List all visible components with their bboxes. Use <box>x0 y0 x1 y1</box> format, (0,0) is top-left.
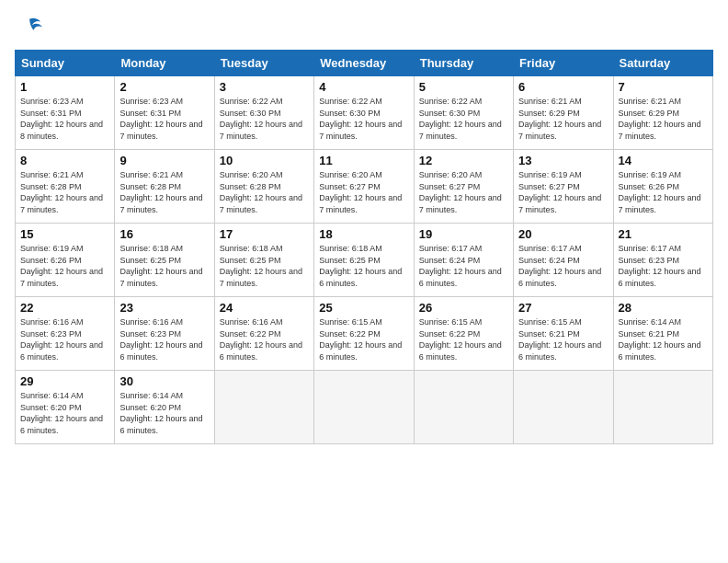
calendar-header-saturday: Saturday <box>613 51 712 76</box>
day-info: Sunrise: 6:16 AMSunset: 6:23 PMDaylight:… <box>20 317 103 362</box>
day-number: 4 <box>319 80 408 94</box>
calendar-cell <box>514 371 613 444</box>
day-info: Sunrise: 6:14 AMSunset: 6:21 PMDaylight:… <box>619 317 701 362</box>
calendar-cell <box>214 371 313 444</box>
day-info: Sunrise: 6:19 AMSunset: 6:26 PMDaylight:… <box>20 244 103 288</box>
calendar-cell: 4 Sunrise: 6:22 AMSunset: 6:30 PMDayligh… <box>314 76 414 150</box>
day-number: 9 <box>119 154 209 167</box>
day-number: 30 <box>119 374 209 388</box>
calendar-cell: 8 Sunrise: 6:21 AMSunset: 6:28 PMDayligh… <box>16 150 115 224</box>
day-info: Sunrise: 6:18 AMSunset: 6:25 PMDaylight:… <box>119 244 202 288</box>
day-info: Sunrise: 6:17 AMSunset: 6:23 PMDaylight:… <box>619 244 701 288</box>
day-info: Sunrise: 6:17 AMSunset: 6:24 PMDaylight:… <box>518 244 601 288</box>
day-info: Sunrise: 6:22 AMSunset: 6:30 PMDaylight:… <box>220 97 302 141</box>
day-info: Sunrise: 6:20 AMSunset: 6:27 PMDaylight:… <box>319 170 402 214</box>
day-number: 19 <box>419 227 508 241</box>
day-number: 7 <box>619 80 708 94</box>
calendar-cell: 19 Sunrise: 6:17 AMSunset: 6:24 PMDaylig… <box>414 224 513 297</box>
day-number: 14 <box>619 154 708 167</box>
calendar-cell: 27 Sunrise: 6:15 AMSunset: 6:21 PMDaylig… <box>514 297 613 371</box>
calendar-header-monday: Monday <box>115 51 214 76</box>
calendar-header-wednesday: Wednesday <box>314 51 414 76</box>
day-info: Sunrise: 6:15 AMSunset: 6:22 PMDaylight:… <box>319 317 402 362</box>
calendar-cell: 3 Sunrise: 6:22 AMSunset: 6:30 PMDayligh… <box>214 76 313 150</box>
day-info: Sunrise: 6:20 AMSunset: 6:28 PMDaylight:… <box>220 170 302 214</box>
day-number: 10 <box>220 154 309 167</box>
day-number: 21 <box>619 227 708 241</box>
day-number: 20 <box>518 227 608 241</box>
day-number: 1 <box>20 80 109 94</box>
calendar-cell: 5 Sunrise: 6:22 AMSunset: 6:30 PMDayligh… <box>414 76 513 150</box>
calendar-header-tuesday: Tuesday <box>214 51 313 76</box>
calendar-cell: 23 Sunrise: 6:16 AMSunset: 6:23 PMDaylig… <box>115 297 214 371</box>
day-number: 3 <box>220 80 309 94</box>
day-number: 26 <box>419 301 508 315</box>
day-number: 15 <box>20 227 109 241</box>
day-number: 22 <box>20 301 109 315</box>
calendar-cell: 20 Sunrise: 6:17 AMSunset: 6:24 PMDaylig… <box>514 224 613 297</box>
day-number: 6 <box>518 80 608 94</box>
day-info: Sunrise: 6:18 AMSunset: 6:25 PMDaylight:… <box>319 244 402 288</box>
calendar-cell: 2 Sunrise: 6:23 AMSunset: 6:31 PMDayligh… <box>115 76 214 150</box>
day-info: Sunrise: 6:20 AMSunset: 6:27 PMDaylight:… <box>419 170 502 214</box>
day-number: 23 <box>119 301 209 315</box>
page-header <box>15 15 713 40</box>
day-info: Sunrise: 6:14 AMSunset: 6:20 PMDaylight:… <box>119 391 202 435</box>
calendar-cell: 26 Sunrise: 6:15 AMSunset: 6:22 PMDaylig… <box>414 297 513 371</box>
day-number: 24 <box>220 301 309 315</box>
calendar-cell <box>314 371 414 444</box>
day-number: 29 <box>20 374 109 388</box>
calendar-week-row: 29 Sunrise: 6:14 AMSunset: 6:20 PMDaylig… <box>16 371 713 444</box>
calendar-cell: 17 Sunrise: 6:18 AMSunset: 6:25 PMDaylig… <box>214 224 313 297</box>
day-number: 5 <box>419 80 508 94</box>
calendar-week-row: 1 Sunrise: 6:23 AMSunset: 6:31 PMDayligh… <box>16 76 713 150</box>
calendar-cell <box>414 371 513 444</box>
day-number: 27 <box>518 301 608 315</box>
calendar-header-friday: Friday <box>514 51 613 76</box>
day-info: Sunrise: 6:23 AMSunset: 6:31 PMDaylight:… <box>119 97 202 141</box>
day-info: Sunrise: 6:16 AMSunset: 6:22 PMDaylight:… <box>220 317 302 362</box>
calendar-cell: 11 Sunrise: 6:20 AMSunset: 6:27 PMDaylig… <box>314 150 414 224</box>
calendar-week-row: 15 Sunrise: 6:19 AMSunset: 6:26 PMDaylig… <box>16 224 713 297</box>
day-number: 11 <box>319 154 408 167</box>
day-info: Sunrise: 6:21 AMSunset: 6:28 PMDaylight:… <box>20 170 103 214</box>
day-info: Sunrise: 6:15 AMSunset: 6:22 PMDaylight:… <box>419 317 502 362</box>
calendar-header-sunday: Sunday <box>16 51 115 76</box>
calendar-table: SundayMondayTuesdayWednesdayThursdayFrid… <box>15 50 713 444</box>
day-number: 2 <box>119 80 209 94</box>
day-number: 13 <box>518 154 608 167</box>
calendar-header-thursday: Thursday <box>414 51 513 76</box>
calendar-cell: 25 Sunrise: 6:15 AMSunset: 6:22 PMDaylig… <box>314 297 414 371</box>
day-info: Sunrise: 6:18 AMSunset: 6:25 PMDaylight:… <box>220 244 302 288</box>
calendar-cell: 13 Sunrise: 6:19 AMSunset: 6:27 PMDaylig… <box>514 150 613 224</box>
day-info: Sunrise: 6:15 AMSunset: 6:21 PMDaylight:… <box>518 317 601 362</box>
day-info: Sunrise: 6:22 AMSunset: 6:30 PMDaylight:… <box>419 97 502 141</box>
logo-bird-icon <box>17 15 42 40</box>
calendar-cell: 14 Sunrise: 6:19 AMSunset: 6:26 PMDaylig… <box>613 150 712 224</box>
calendar-cell: 28 Sunrise: 6:14 AMSunset: 6:21 PMDaylig… <box>613 297 712 371</box>
day-number: 28 <box>619 301 708 315</box>
day-info: Sunrise: 6:19 AMSunset: 6:26 PMDaylight:… <box>619 170 701 214</box>
calendar-cell: 9 Sunrise: 6:21 AMSunset: 6:28 PMDayligh… <box>115 150 214 224</box>
calendar-cell: 24 Sunrise: 6:16 AMSunset: 6:22 PMDaylig… <box>214 297 313 371</box>
calendar-week-row: 22 Sunrise: 6:16 AMSunset: 6:23 PMDaylig… <box>16 297 713 371</box>
day-number: 25 <box>319 301 408 315</box>
calendar-cell: 7 Sunrise: 6:21 AMSunset: 6:29 PMDayligh… <box>613 76 712 150</box>
day-info: Sunrise: 6:21 AMSunset: 6:29 PMDaylight:… <box>619 97 701 141</box>
calendar-cell: 15 Sunrise: 6:19 AMSunset: 6:26 PMDaylig… <box>16 224 115 297</box>
calendar-cell: 16 Sunrise: 6:18 AMSunset: 6:25 PMDaylig… <box>115 224 214 297</box>
day-info: Sunrise: 6:14 AMSunset: 6:20 PMDaylight:… <box>20 391 103 435</box>
calendar-cell: 18 Sunrise: 6:18 AMSunset: 6:25 PMDaylig… <box>314 224 414 297</box>
day-number: 17 <box>220 227 309 241</box>
calendar-cell: 6 Sunrise: 6:21 AMSunset: 6:29 PMDayligh… <box>514 76 613 150</box>
day-info: Sunrise: 6:21 AMSunset: 6:28 PMDaylight:… <box>119 170 202 214</box>
calendar-cell: 21 Sunrise: 6:17 AMSunset: 6:23 PMDaylig… <box>613 224 712 297</box>
day-info: Sunrise: 6:19 AMSunset: 6:27 PMDaylight:… <box>518 170 601 214</box>
calendar-header-row: SundayMondayTuesdayWednesdayThursdayFrid… <box>16 51 713 76</box>
day-info: Sunrise: 6:16 AMSunset: 6:23 PMDaylight:… <box>119 317 202 362</box>
day-number: 18 <box>319 227 408 241</box>
calendar-cell: 12 Sunrise: 6:20 AMSunset: 6:27 PMDaylig… <box>414 150 513 224</box>
calendar-cell: 29 Sunrise: 6:14 AMSunset: 6:20 PMDaylig… <box>16 371 115 444</box>
calendar-cell: 10 Sunrise: 6:20 AMSunset: 6:28 PMDaylig… <box>214 150 313 224</box>
day-info: Sunrise: 6:21 AMSunset: 6:29 PMDaylight:… <box>518 97 601 141</box>
